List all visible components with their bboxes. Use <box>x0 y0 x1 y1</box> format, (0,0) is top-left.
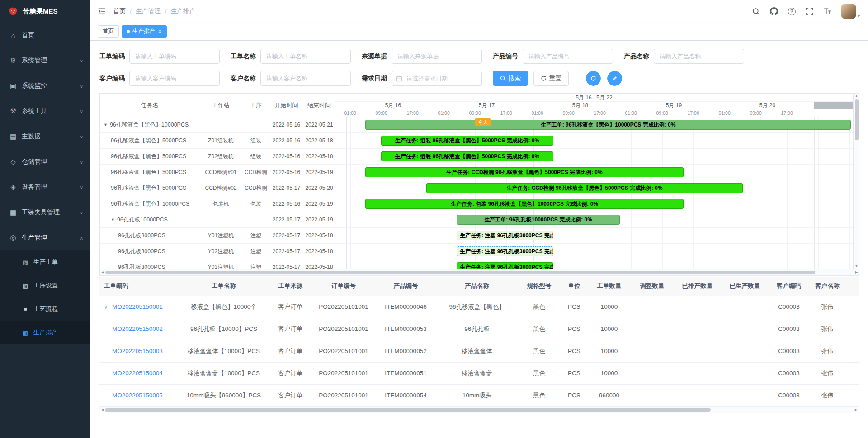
font-size-icon[interactable] <box>823 7 831 15</box>
gantt-day-label: 5月 16 <box>385 102 401 109</box>
customer-code-input[interactable] <box>129 71 220 86</box>
gantt-bar[interactable]: 生产任务: CCD检测 96孔移液盒【黑色】5000PCS 完成比例: 0% <box>365 167 684 177</box>
gantt-task-row[interactable]: ▼96孔移液盒【黑色】10000PCS2022-05-162022-05-21 <box>100 117 335 133</box>
gantt-bar[interactable]: 生产任务: 组装 96孔移液盒【黑色】5000PCS 完成比例: 0% <box>381 151 553 161</box>
reset-button[interactable]: 重置 <box>533 71 569 86</box>
sidebar-item-fixture[interactable]: ▦工装夹具管理∨ <box>0 200 90 225</box>
top-navbar: 首页/生产管理/生产排产 ? ▾ <box>90 0 868 23</box>
gantt-task-row[interactable]: ▼96孔孔板10000PCS2022-05-172022-05-19 <box>100 212 335 228</box>
order-code-link[interactable]: MO202205150003 <box>112 348 163 354</box>
sidebar-item-home[interactable]: ⌂首页 <box>0 23 90 48</box>
vertical-scrollbar-thumb[interactable] <box>855 99 859 140</box>
gantt-bar[interactable]: 生产任务: CCD检测 96孔移液盒【黑色】5000PCS 完成比例: 0% <box>426 183 743 193</box>
search-icon[interactable] <box>752 8 760 15</box>
column-header: 工单来源 <box>269 277 312 296</box>
gantt-task-row[interactable]: 96孔移液盒【黑色】5000PCSCCD检测#01CCD检测2022-05-16… <box>100 165 335 180</box>
scroll-up-icon[interactable]: ▲ <box>855 94 859 98</box>
sidebar-item-equipment[interactable]: ◈设备管理∨ <box>0 174 90 200</box>
start-time-cell: 2022-05-16 <box>269 122 303 128</box>
filter-customer-name: 客户名称 <box>231 71 351 86</box>
table-horizontal-scrollbar[interactable]: ◀ ▶ <box>99 407 859 413</box>
gantt-task-row[interactable]: 96孔移液盒【黑色】5000PCSZ01组装机组装2022-05-162022-… <box>100 133 335 149</box>
sidebar-item-master-data[interactable]: ▤主数据∨ <box>0 124 90 149</box>
gantt-horizontal-scrollbar[interactable]: ◀ ▶ <box>100 269 859 275</box>
filter-input-wrap <box>654 49 744 64</box>
horizontal-scrollbar-thumb[interactable] <box>105 408 711 412</box>
gantt-task-row[interactable]: 96孔孔板3000PCSY03注塑机注塑2022-05-172022-05-18 <box>100 259 335 269</box>
gantt-task-row[interactable]: 96孔孔板3000PCSY01注塑机注塑2022-05-172022-05-18 <box>100 228 335 244</box>
gantt-bar[interactable]: 生产工单: 96孔孔板10000PCS 完成比例: 0% <box>457 215 620 225</box>
gantt-task-row[interactable]: 96孔移液盒【黑色】5000PCSCCD检测#02CCD检测2022-05-17… <box>100 180 335 196</box>
gantt-column-header: 结束时间 <box>303 101 335 109</box>
github-icon[interactable] <box>770 7 778 15</box>
caret-down-icon[interactable]: ▼ <box>104 122 108 127</box>
search-button[interactable]: 搜索 <box>493 71 528 86</box>
tab-home[interactable]: 首页 <box>98 25 119 38</box>
order-cell <box>631 296 674 318</box>
table-row[interactable]: MO202205150004移液盒盒盖【10000】PCS客户订单PO20220… <box>99 362 859 384</box>
tab-close-icon[interactable]: × <box>158 28 162 34</box>
chevron-down-icon: ∨ <box>80 58 83 63</box>
user-menu[interactable]: ▾ <box>841 4 860 19</box>
end-time-cell: 2022-05-20 <box>303 185 335 191</box>
gantt-bar[interactable]: 生产任务: 注塑 96孔孔板3000PCS 完成比例: 0% <box>457 262 553 269</box>
breadcrumb-item[interactable]: 首页 <box>113 7 126 15</box>
task-name: 96孔移液盒【黑色】5000PCS <box>111 169 186 176</box>
work-order-code-input[interactable] <box>129 49 220 64</box>
order-code-link[interactable]: MO202205150002 <box>112 325 163 332</box>
fullscreen-icon[interactable] <box>806 8 813 15</box>
customer-name-input[interactable] <box>260 71 351 86</box>
gantt-task-row[interactable]: 96孔孔板3000PCSY02注塑机注塑2022-05-172022-05-18 <box>100 244 335 259</box>
gantt-task-row[interactable]: 96孔移液盒【黑色】5000PCSZ02组装机组装2022-05-162022-… <box>100 149 335 165</box>
sidebar-item-process-flow[interactable]: ≡工艺流程 <box>0 297 90 321</box>
scroll-right-icon[interactable]: ▶ <box>855 408 858 412</box>
table-row[interactable]: MO202205150003移液盒盒体【10000】PCS客户订单PO20220… <box>99 340 859 362</box>
order-code-link[interactable]: MO202205150005 <box>112 392 163 399</box>
scroll-down-icon[interactable]: ▼ <box>855 264 859 268</box>
table-row[interactable]: MO20220515000296孔孔板【10000】PCS客户订单PO20220… <box>99 318 859 340</box>
help-icon[interactable]: ? <box>788 8 796 15</box>
gantt-bar[interactable]: 生产任务: 注塑 96孔孔板3000PCS 完成比例: 0% <box>457 231 553 240</box>
sidebar-item-system-monitor[interactable]: ▣系统监控∨ <box>0 73 90 99</box>
scroll-left-icon[interactable]: ◀ <box>101 408 104 412</box>
demand-date-input[interactable] <box>392 71 482 86</box>
sidebar-item-production[interactable]: ◎生产管理∧ <box>0 225 90 250</box>
caret-down-icon[interactable]: ▼ <box>111 217 115 222</box>
scroll-left-icon[interactable]: ◀ <box>101 271 104 274</box>
gantt-vertical-scrollbar[interactable]: ▲ ▼ <box>853 94 859 269</box>
work-order-name-input[interactable] <box>260 49 351 64</box>
row-expand-icon[interactable]: ∨ <box>104 304 112 310</box>
gantt-bar[interactable]: 生产任务: 组装 96孔移液盒【黑色】5000PCS 完成比例: 0% <box>381 136 553 146</box>
table-row[interactable]: MO20220515000510mm吸头【960000】PCS客户订单PO202… <box>99 384 859 406</box>
sidebar-item-scheduling[interactable]: ▩生产排产 <box>0 321 90 344</box>
order-code-link[interactable]: MO202205150004 <box>112 370 163 377</box>
source-doc-input[interactable] <box>392 49 482 64</box>
sidebar-item-system-tools[interactable]: ⚒系统工具∨ <box>0 99 90 124</box>
column-header: 产品名称 <box>436 277 518 296</box>
product-name-input[interactable] <box>654 49 744 64</box>
sidebar-item-system-mgmt[interactable]: ⚙系统管理∨ <box>0 48 90 73</box>
edit-circle-button[interactable] <box>607 71 622 86</box>
chevron-down-icon: ∨ <box>80 109 83 114</box>
column-header: 已排产数量 <box>674 277 721 296</box>
column-header: 订单编号 <box>312 277 375 296</box>
scroll-right-icon[interactable]: ▶ <box>855 271 858 274</box>
tab-scheduling[interactable]: 生产排产× <box>122 25 167 38</box>
column-header: 产品编号 <box>375 277 436 296</box>
gantt-bar[interactable]: 生产工单: 96孔移液盒【黑色】10000PCS 完成比例: 0% <box>365 120 851 130</box>
sidebar-item-work-order[interactable]: ▧生产工单 <box>0 250 90 274</box>
hamburger-icon[interactable] <box>98 7 106 15</box>
gantt-task-row[interactable]: 96孔移液盒【黑色】10000PCS包装机包装2022-05-162022-05… <box>100 196 335 212</box>
sidebar-item-process-setting[interactable]: ▨工序设置 <box>0 274 90 297</box>
table-row[interactable]: ∨MO202205150001移液盒【黑色】10000个客户订单PO202205… <box>99 296 859 318</box>
gantt-chart-row: 生产任务: 注塑 96孔孔板3000PCS 完成比例: 0% <box>335 259 853 269</box>
workstation-cell: Z01组装机 <box>199 137 242 145</box>
product-code-input[interactable] <box>523 49 613 64</box>
order-code-link[interactable]: MO202205150001 <box>112 303 163 310</box>
gantt-bar[interactable]: 生产任务: 注塑 96孔孔板3000PCS 完成比例: 0% <box>457 246 553 256</box>
gantt-bar[interactable]: 生产任务: 包装 96孔移液盒【黑色】10000PCS 完成比例: 0% <box>365 199 684 209</box>
refresh-circle-button[interactable] <box>586 71 601 86</box>
sidebar-item-warehouse[interactable]: ◇仓储管理∨ <box>0 149 90 174</box>
horizontal-scrollbar-thumb[interactable] <box>105 271 815 274</box>
filter-form: 工单编码工单名称来源单据产品编号产品名称客户编码客户名称需求日期搜索重置 <box>99 49 859 86</box>
